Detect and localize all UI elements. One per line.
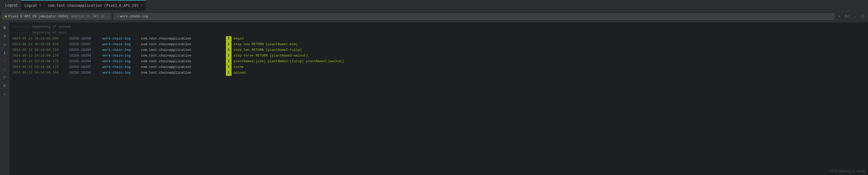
log-timestamp: 2024-05-13 20:10:00.159 [12,53,69,58]
log-entry-1: 2024-05-13 20:10:00.158 18256-18297 work… [12,42,865,48]
tab-chainapplication-label: com.test.chainapplication (Pixel_6_API_2… [48,4,139,8]
log-level-badge: I [226,65,231,70]
log-entries-container: 2024-05-13 20:10:00.090 18256-18256 work… [12,36,865,76]
tab-logcat-close[interactable]: × [39,4,41,7]
log-pid: 18256-18299 [69,53,102,58]
log-message: begin [234,36,244,42]
log-message: step one RETURN [plantName1-elm] [234,42,298,47]
log-timestamp: 2024-05-13 20:10:00.158 [12,42,69,47]
filter-tag-icon: ⚡ [116,15,118,19]
log-tag[interactable]: work-chain-log [102,48,141,53]
pause-icon[interactable]: ⏸ [1,32,8,40]
tab-logcat[interactable]: Logcat × [21,0,44,10]
cc-button[interactable]: Cc [843,14,851,20]
log-entry-0: 2024-05-13 20:10:00.090 18256-18256 work… [12,36,865,42]
restart-icon[interactable]: ↺ [1,41,8,48]
log-package: com.test.chainapplication [141,48,226,53]
filter-value: work-chain-log [120,15,148,18]
toolbar: ▣ Pixel 6 API 29 (emulator-5554) Android… [0,11,868,22]
log-tag[interactable]: work-chain-log [102,53,141,58]
log-message: step three RETURN [plantName3-walnut] [234,53,308,58]
log-pid: 18256-18294 [69,59,102,64]
log-package: com.test.chainapplication [141,70,226,76]
log-level-badge: I [226,70,231,76]
log-tag[interactable]: work-chain-log [102,42,141,47]
log-timestamp: 2024-05-13 20:10:00.178 [12,59,69,64]
log-package: com.test.chainapplication [141,42,226,47]
log-level-badge: I [226,53,231,59]
sidebar: 🗑 ⏸ ↺ ⤓ ↑ ↓ ≡ ≣ ↗ [0,22,9,175]
log-level-badge: I [226,36,231,42]
export-icon[interactable]: ↗ [1,90,8,98]
up-occurrence-icon[interactable]: ↑ [1,57,8,65]
device-android: Android 10, API 29 [71,15,104,18]
log-package: com.test.chainapplication [141,53,226,58]
log-entry-2: 2024-05-13 20:10:00.159 18256-18298 work… [12,48,865,53]
log-package: com.test.chainapplication [141,59,226,64]
log-message: plantName1:[elm] plantName2:[tulip] plan… [234,59,344,64]
log-content: --------- beginning of system --------- … [9,22,868,175]
log-tag[interactable]: work-chain-log [102,70,141,76]
help-button[interactable]: ⓘ [859,13,866,20]
log-pid: 18256-18297 [69,65,102,70]
tab-logcat-label: Logcat [24,4,37,8]
log-message: cache [234,65,244,70]
log-separator-1: --------- beginning of system [12,24,865,30]
log-message: upload [234,70,246,76]
tab-bar: Logcat Logcat × com.test.chainapplicatio… [0,0,868,11]
close-filter-button[interactable]: × [837,14,842,20]
log-level-badge: I [226,59,231,65]
log-level-badge: I [226,48,231,53]
format-icon[interactable]: ≣ [1,82,8,89]
log-timestamp: 2024-05-13 20:10:00.188 [12,70,69,76]
log-timestamp: 2024-05-13 20:10:00.159 [12,48,69,53]
tab-chainapplication[interactable]: com.test.chainapplication (Pixel_6_API_2… [45,0,146,10]
star-button[interactable]: ☆ [852,13,858,20]
scroll-end-icon[interactable]: ⤓ [1,49,8,56]
log-level-badge: I [226,42,231,48]
log-tag[interactable]: work-chain-log [102,65,141,70]
log-pid: 18256-18297 [69,42,102,47]
log-pid: 18256-18298 [69,70,102,76]
log-pid: 18256-18298 [69,48,102,53]
log-timestamp: 2024-05-13 20:10:00.090 [12,36,69,42]
log-entry-5: 2024-05-13 20:10:00.179 18256-18297 work… [12,65,865,70]
log-tag[interactable]: work-chain-log [102,36,141,42]
device-selector[interactable]: ▣ Pixel 6 API 29 (emulator-5554) Android… [2,13,112,20]
device-icon: ▣ [5,15,7,18]
watermark: CSDN @sheng_er_sheng [829,169,865,173]
chevron-down-icon: ▾ [107,15,108,18]
log-entry-3: 2024-05-13 20:10:00.159 18256-18299 work… [12,53,865,59]
log-tag[interactable]: work-chain-log [102,59,141,64]
tab-logcat-static[interactable]: Logcat [2,0,21,10]
log-message: step two RETURN [plantName2-tulip] [234,48,302,53]
clear-logcat-icon[interactable]: 🗑 [1,24,8,31]
toolbar-actions: × Cc ☆ ⓘ [837,13,866,20]
log-separator-2: --------- beginning of main [12,30,865,35]
log-pid: 18256-18256 [69,36,102,42]
tab-chainapplication-close[interactable]: × [141,4,143,7]
down-occurrence-icon[interactable]: ↓ [1,66,8,73]
main-area: 🗑 ⏸ ↺ ⤓ ↑ ↓ ≡ ≣ ↗ --------- beginning of… [0,22,868,175]
log-package: com.test.chainapplication [141,36,226,42]
log-entry-4: 2024-05-13 20:10:00.178 18256-18294 work… [12,59,865,65]
log-timestamp: 2024-05-13 20:10:00.179 [12,65,69,70]
log-package: com.test.chainapplication [141,65,226,70]
filter-lines-icon[interactable]: ≡ [1,74,8,81]
filter-box[interactable]: ⚡ work-chain-log [114,13,835,20]
log-entry-6: 2024-05-13 20:10:00.188 18256-18298 work… [12,70,865,76]
device-name: Pixel 6 API 29 (emulator-5554) [8,15,68,18]
